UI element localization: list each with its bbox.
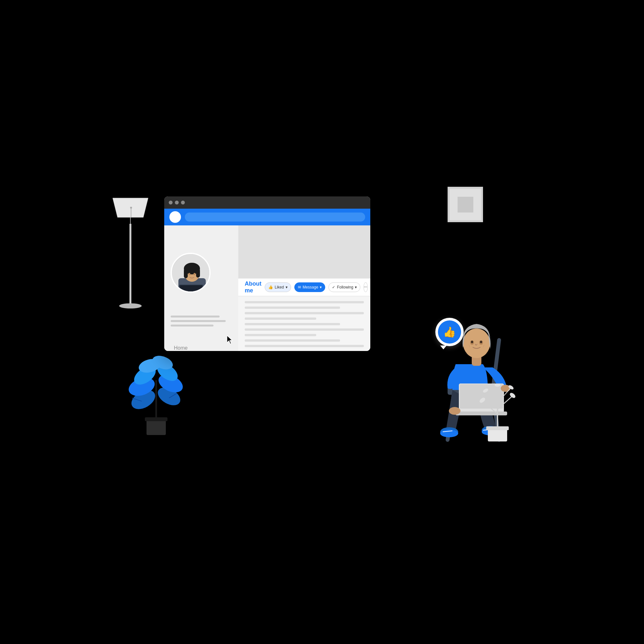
following-button[interactable]: ✓ Following ▾ — [328, 282, 360, 292]
lamp-svg — [111, 195, 150, 317]
profile-action-bar: About me 👍 Liked ▾ ✉ Message ▾ ✓ Followi… — [238, 279, 370, 296]
profile-avatar-area — [171, 253, 213, 306]
browser-addressbar[interactable] — [185, 213, 365, 222]
blue-plant — [124, 348, 188, 440]
sidebar-info-lines — [171, 316, 232, 329]
svg-point-54 — [449, 407, 460, 415]
svg-rect-33 — [180, 285, 202, 293]
svg-point-39 — [194, 273, 195, 275]
content-line-4 — [245, 317, 316, 320]
browser-dot-2 — [175, 201, 179, 204]
content-line-5 — [245, 323, 340, 325]
cursor-svg — [227, 336, 235, 345]
svg-rect-3 — [129, 224, 131, 304]
mouse-cursor — [227, 336, 235, 346]
liked-dropdown-icon: ▾ — [286, 285, 288, 289]
message-label: Message — [303, 285, 318, 289]
svg-point-61 — [480, 341, 482, 343]
sidebar-line-1 — [171, 316, 220, 317]
browser-dot-1 — [169, 201, 173, 204]
svg-line-67 — [486, 392, 497, 404]
thumbsup-icon: 👍 — [268, 285, 273, 289]
message-icon: ✉ — [298, 285, 301, 289]
sidebar-line-3 — [171, 325, 213, 327]
browser-titlebar — [164, 196, 370, 209]
svg-rect-36 — [184, 269, 188, 278]
content-line-2 — [245, 307, 340, 309]
white-plant-svg — [473, 379, 522, 443]
wall-frame — [448, 187, 483, 222]
svg-line-66 — [497, 396, 512, 409]
svg-rect-63 — [486, 426, 509, 430]
fb-logo — [169, 211, 181, 223]
sidebar-line-2 — [171, 320, 226, 322]
profile-name: About me — [245, 280, 261, 294]
browser-dot-3 — [181, 201, 185, 204]
blue-plant-svg — [124, 348, 188, 438]
browser-addressbar-wrap — [164, 209, 370, 225]
message-button[interactable]: ✉ Message ▾ — [294, 282, 326, 292]
svg-rect-8 — [145, 417, 167, 421]
more-icon: ··· — [364, 285, 367, 290]
svg-point-38 — [188, 273, 190, 275]
content-line-8 — [245, 339, 340, 342]
svg-point-72 — [482, 388, 489, 393]
profile-header-strip — [238, 225, 370, 279]
svg-point-6 — [130, 207, 132, 209]
white-plant — [473, 379, 522, 444]
svg-point-57 — [463, 328, 490, 358]
content-line-3 — [245, 312, 364, 314]
content-line-1 — [245, 301, 364, 303]
following-label: Following — [337, 285, 353, 289]
avatar-circle — [171, 253, 211, 293]
profile-sidebar: Home About Photos — [164, 225, 238, 351]
browser-window: Home About Photos About me 👍 Liked ▾ ✉ M… — [164, 196, 370, 351]
svg-point-4 — [119, 303, 142, 308]
lamp — [111, 195, 150, 318]
content-lines — [238, 296, 370, 351]
svg-marker-40 — [227, 336, 232, 344]
woman-avatar-svg — [172, 254, 211, 293]
following-dropdown-icon: ▾ — [355, 285, 357, 289]
following-icon: ✓ — [332, 285, 335, 289]
svg-line-65 — [483, 401, 497, 414]
svg-point-74 — [495, 384, 500, 387]
content-line-9 — [245, 345, 364, 347]
content-line-7 — [245, 334, 316, 336]
liked-label: Liked — [275, 285, 284, 289]
content-line-6 — [245, 328, 364, 331]
wall-frame-inner — [458, 197, 473, 213]
scene: Home About Photos About me 👍 Liked ▾ ✉ M… — [97, 177, 547, 467]
liked-button[interactable]: 👍 Liked ▾ — [265, 282, 291, 292]
profile-main: About me 👍 Liked ▾ ✉ Message ▾ ✓ Followi… — [238, 225, 370, 351]
svg-point-73 — [508, 384, 514, 391]
svg-line-68 — [497, 388, 510, 403]
svg-rect-37 — [196, 269, 200, 278]
svg-point-46 — [440, 430, 458, 437]
message-dropdown-icon: ▾ — [320, 285, 322, 289]
svg-rect-62 — [488, 429, 507, 441]
svg-rect-7 — [147, 419, 166, 435]
svg-point-60 — [471, 341, 473, 343]
more-options-button[interactable]: ··· — [364, 282, 368, 292]
